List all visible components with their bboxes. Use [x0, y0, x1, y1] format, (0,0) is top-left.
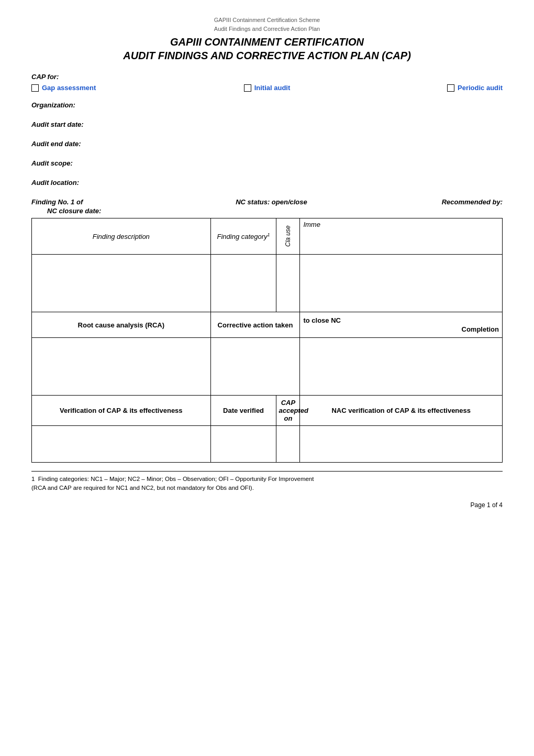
imme-cell[interactable]: [300, 255, 503, 312]
col-finding-cat-header: Finding category1: [210, 218, 276, 255]
organization-label: Organization:: [31, 101, 126, 109]
page-number: Page 1 of 4: [31, 501, 503, 509]
cap-for-section: CAP for: Gap assessment Initial audit Pe…: [31, 73, 503, 92]
audit-end-label: Audit end date:: [31, 140, 126, 148]
gap-assessment-checkbox[interactable]: [31, 84, 39, 92]
header-small: GAPIII Containment Certification Scheme …: [31, 16, 503, 33]
audit-start-row: Audit start date:: [31, 120, 503, 128]
periodic-audit-checkbox[interactable]: [447, 84, 454, 92]
cap-accepted-label: CAP accepted on: [276, 396, 300, 426]
rca-label: Root cause analysis (RCA): [32, 312, 211, 338]
col-imme-header: Imme: [300, 218, 503, 255]
col-cla-use-header: Cla use: [276, 218, 300, 255]
verification-header-row: Verification of CAP & its effectiveness …: [32, 396, 503, 426]
table-header-row: Finding description Finding category1 Cl…: [32, 218, 503, 255]
periodic-audit-option: Periodic audit: [346, 84, 503, 92]
finding-cat-cell[interactable]: [210, 255, 276, 312]
finding-no-label: Finding No. 1 of: [31, 198, 101, 206]
footnote-text: 1 Finding categories: NC1 – Major; NC2 –…: [31, 475, 503, 493]
cap-for-label: CAP for:: [31, 73, 503, 81]
verification-content-cell[interactable]: [32, 426, 211, 463]
cla-use-cell[interactable]: [276, 255, 300, 312]
to-close-nc-label: to close NC Completion: [300, 312, 503, 338]
date-verified-label: Date verified: [210, 396, 276, 426]
gap-assessment-label: Gap assessment: [42, 84, 96, 92]
audit-scope-row: Audit scope:: [31, 159, 503, 167]
main-table: Finding description Finding category1 Cl…: [31, 218, 503, 463]
footnote-section: 1 Finding categories: NC1 – Major; NC2 –…: [31, 471, 503, 493]
finding-desc-cell[interactable]: [32, 255, 211, 312]
nac-verification-label: NAC verification of CAP & its effectiven…: [300, 396, 503, 426]
audit-end-row: Audit end date:: [31, 140, 503, 148]
nc-closure-label: NC closure date:: [31, 207, 101, 215]
completion-label: Completion: [462, 325, 499, 333]
nac-verification-content-cell[interactable]: [300, 426, 503, 463]
cap-options-row: Gap assessment Initial audit Periodic au…: [31, 84, 503, 92]
col-finding-desc-header: Finding description: [32, 218, 211, 255]
nc-status-label: NC status: open/close: [236, 198, 307, 206]
audit-location-label: Audit location:: [31, 179, 126, 187]
corrective-action-label: Corrective action taken: [210, 312, 300, 338]
audit-start-label: Audit start date:: [31, 120, 126, 128]
gap-assessment-option: Gap assessment: [31, 84, 188, 92]
initial-audit-label: Initial audit: [254, 84, 291, 92]
organization-row: Organization:: [31, 101, 503, 109]
completion-content-cell[interactable]: [300, 338, 503, 396]
header-title: GAPIII CONTAINMENT CERTIFICATION AUDIT F…: [31, 35, 503, 62]
initial-audit-checkbox[interactable]: [244, 84, 251, 92]
corrective-action-content-cell[interactable]: [210, 338, 300, 396]
finding-content-row: [32, 255, 503, 312]
cap-accepted-content-cell[interactable]: [276, 426, 300, 463]
audit-scope-label: Audit scope:: [31, 159, 126, 167]
initial-audit-option: Initial audit: [188, 84, 346, 92]
date-verified-content-cell[interactable]: [210, 426, 276, 463]
verification-label: Verification of CAP & its effectiveness: [32, 396, 211, 426]
audit-location-row: Audit location:: [31, 179, 503, 187]
verification-content-row: [32, 426, 503, 463]
rca-content-row: [32, 338, 503, 396]
periodic-audit-label: Periodic audit: [458, 84, 503, 92]
finding-no-section: Finding No. 1 of NC closure date: NC sta…: [31, 198, 503, 215]
rca-content-cell[interactable]: [32, 338, 211, 396]
info-section: Organization: Audit start date: Audit en…: [31, 101, 503, 187]
rca-header-row: Root cause analysis (RCA) Corrective act…: [32, 312, 503, 338]
recommended-by-label: Recommended by:: [442, 198, 503, 206]
